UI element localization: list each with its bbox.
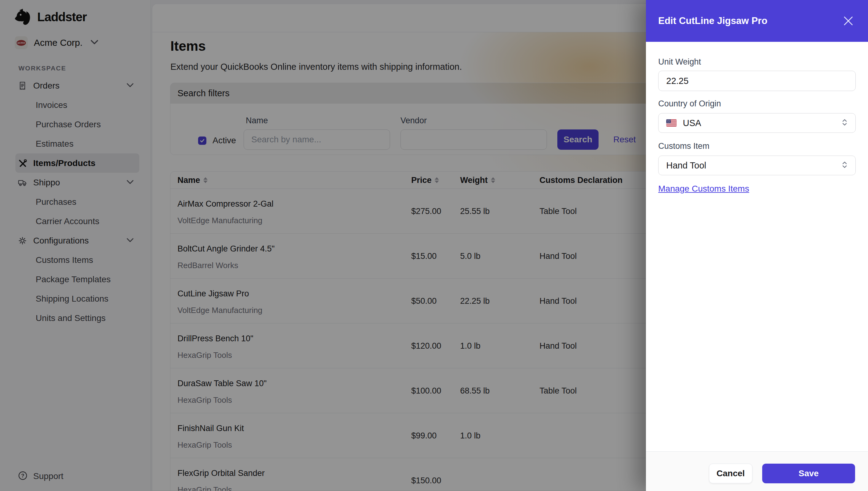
country-of-origin-label: Country of Origin (658, 99, 721, 109)
country-value: USA (683, 118, 701, 128)
manage-customs-items-link[interactable]: Manage Customs Items (658, 184, 749, 194)
app-root: Laddster acme Acme Corp. WORKSPACE Order… (0, 0, 868, 491)
unit-weight-label: Unit Weight (658, 57, 701, 67)
edit-item-drawer: Edit CutLine Jigsaw Pro Unit Weight Coun… (646, 0, 868, 491)
us-flag-icon (666, 119, 677, 127)
unit-weight-input[interactable] (658, 71, 856, 91)
country-of-origin-select[interactable]: USA (658, 113, 856, 133)
drawer-title: Edit CutLine Jigsaw Pro (658, 16, 767, 26)
customs-item-value: Hand Tool (666, 161, 706, 171)
save-button[interactable]: Save (762, 464, 855, 483)
select-chevrons-icon (842, 161, 848, 170)
drawer-footer: Cancel Save (646, 451, 868, 491)
select-chevrons-icon (842, 118, 848, 127)
close-icon[interactable] (842, 15, 855, 27)
customs-item-select[interactable]: Hand Tool (658, 155, 856, 175)
cancel-button[interactable]: Cancel (709, 464, 752, 483)
drawer-header: Edit CutLine Jigsaw Pro (646, 0, 868, 42)
customs-item-label: Customs Item (658, 141, 709, 151)
